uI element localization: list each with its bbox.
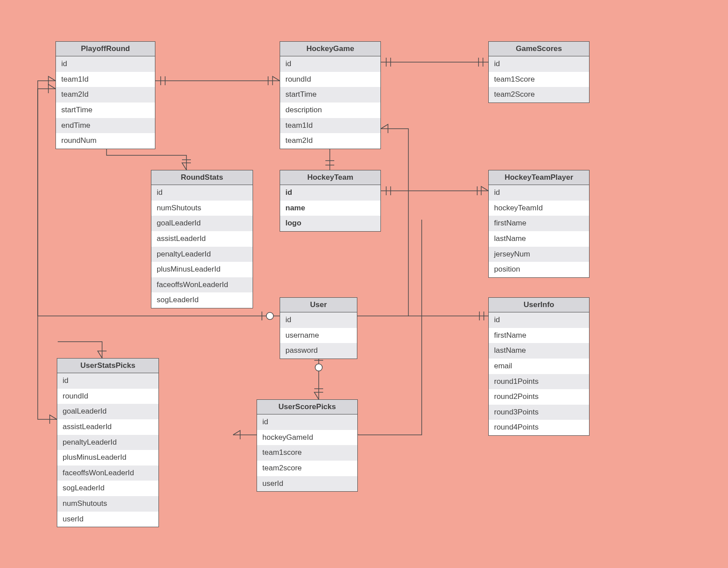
field: team2score [257,461,357,476]
field: round3Points [489,405,589,420]
entity-user: User id username password [280,297,357,359]
field: userId [257,476,357,492]
field: id [151,185,253,201]
field: sogLeaderId [57,481,158,496]
field: team1Id [280,118,380,134]
field: team1Score [489,72,589,87]
entity-userstatspicks: UserStatsPicks id roundId goalLeaderId a… [57,358,159,527]
field: sogLeaderId [151,292,253,308]
field: endTime [56,118,155,134]
field: id [280,185,380,201]
field: password [280,343,357,359]
field: plusMinusLeaderId [151,262,253,277]
field: round2Points [489,389,589,405]
entity-gamescores: GameScores id team1Score team2Score [488,41,590,103]
field: faceoffsWonLeaderId [57,465,158,481]
field: round4Points [489,420,589,435]
field: numShutouts [57,496,158,512]
entity-header: User [280,298,357,312]
field: startTime [280,87,380,103]
field: description [280,103,380,118]
entity-hockeyteam: HockeyTeam id name logo [280,170,381,232]
field: lastName [489,343,589,359]
field: hockeyTeamId [489,201,589,216]
field: email [489,359,589,374]
entity-userscorepicks: UserScorePicks id hockeyGameId team1scor… [257,399,358,492]
entity-userinfo: UserInfo id firstName lastName email rou… [488,297,590,436]
field: username [280,328,357,343]
entity-header: RoundStats [151,170,253,185]
field: roundNum [56,133,155,149]
field: name [280,201,380,216]
field: numShutouts [151,201,253,216]
field: penaltyLeaderId [57,435,158,450]
field: position [489,262,589,277]
field: id [56,56,155,72]
field: logo [280,216,380,231]
entity-header: HockeyTeamPlayer [489,170,589,185]
field: hockeyGameId [257,430,357,446]
field: team2Id [280,133,380,149]
entity-header: HockeyGame [280,42,380,56]
entity-hockeygame: HockeyGame id roundId startTime descript… [280,41,381,149]
field: startTime [56,103,155,118]
entity-hockeyteamplayer: HockeyTeamPlayer id hockeyTeamId firstNa… [488,170,590,278]
field: round1Points [489,374,589,390]
field: team1Id [56,72,155,87]
field: penaltyLeaderId [151,247,253,262]
field: roundId [57,389,158,404]
entity-roundstats: RoundStats id numShutouts goalLeaderId a… [151,170,253,308]
entity-header: PlayoffRound [56,42,155,56]
field: userId [57,512,158,527]
field: goalLeaderId [151,216,253,231]
field: team2Id [56,87,155,103]
field: id [489,56,589,72]
entity-header: UserInfo [489,298,589,312]
field: team2Score [489,87,589,103]
field: firstName [489,328,589,343]
svg-point-23 [315,364,322,371]
field: id [57,373,158,389]
entity-playoffround: PlayoffRound id team1Id team2Id startTim… [55,41,155,149]
field: faceoffsWonLeaderId [151,277,253,293]
field: assistLeaderId [151,231,253,247]
field: jerseyNum [489,247,589,262]
field: team1score [257,445,357,461]
field: id [257,414,357,430]
entity-header: GameScores [489,42,589,56]
field: firstName [489,216,589,231]
field: id [489,185,589,201]
svg-point-18 [266,312,273,320]
field: assistLeaderId [57,419,158,435]
field: roundId [280,72,380,87]
field: lastName [489,231,589,247]
field: goalLeaderId [57,404,158,419]
field: id [280,56,380,72]
er-diagram-canvas: PlayoffRound id team1Id team2Id startTim… [0,0,728,568]
field: plusMinusLeaderId [57,450,158,465]
entity-header: UserScorePicks [257,400,357,414]
field: id [280,312,357,328]
entity-header: UserStatsPicks [57,359,158,373]
field: id [489,312,589,328]
entity-header: HockeyTeam [280,170,380,185]
